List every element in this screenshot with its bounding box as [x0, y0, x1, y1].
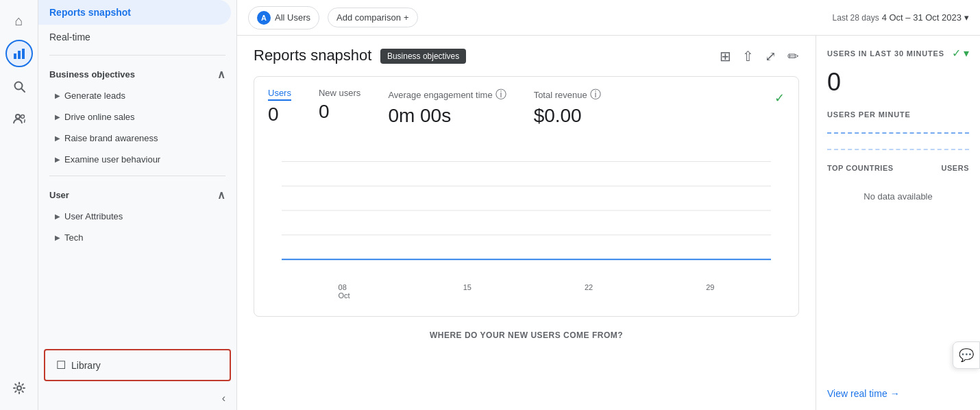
all-users-label: All Users	[275, 12, 310, 23]
right-header-row: USERS IN LAST 30 MINUTES ✓ ▾	[827, 47, 969, 60]
people-icon[interactable]	[5, 106, 33, 133]
edit-icon[interactable]: ✏	[787, 48, 799, 64]
user-section-header[interactable]: User ∧	[38, 182, 236, 206]
top-countries-label: TOP COUNTRIES	[827, 164, 894, 172]
total-revenue-stat: Total revenue ⓘ $0.00	[534, 88, 601, 127]
stats-row: Users 0 New users 0 Average engagement t…	[268, 88, 785, 132]
customize-icon[interactable]: ⊞	[720, 48, 731, 64]
view-realtime-link[interactable]: View real time →	[827, 388, 969, 399]
sidebar: Reports snapshot Real-time Business obje…	[38, 0, 237, 410]
users-stat: Users 0	[268, 88, 291, 125]
home-icon[interactable]: ⌂	[5, 7, 33, 34]
collapse-icon: ‹	[222, 392, 225, 405]
svg-rect-1	[18, 51, 21, 59]
stats-card: Users 0 New users 0 Average engagement t…	[254, 76, 799, 317]
main-body: Reports snapshot Business objectives ⊞ ⇧…	[237, 36, 980, 410]
chevron-down-icon: ▾	[964, 12, 969, 23]
sidebar-item-real-time[interactable]: Real-time	[38, 25, 236, 49]
sidebar-item-generate-leads[interactable]: ▶ Generate leads	[38, 85, 236, 106]
total-revenue-label: Total revenue ⓘ	[534, 88, 601, 102]
search-magnify-icon[interactable]	[5, 73, 33, 100]
chart-area	[268, 132, 785, 283]
page-title-row: Reports snapshot Business objectives ⊞ ⇧…	[237, 36, 816, 71]
divider-2	[49, 176, 225, 176]
collapse-sidebar-button[interactable]: ‹	[38, 387, 236, 410]
total-revenue-info-icon[interactable]: ⓘ	[590, 88, 601, 102]
users-col-label: USERS	[942, 164, 969, 172]
date-range-value: 4 Oct – 31 Oct 2023	[882, 12, 961, 23]
dashed-line-2	[827, 149, 969, 150]
new-users-question: WHERE DO YOUR NEW USERS COME FROM?	[237, 322, 816, 343]
arrow-icon: ▶	[55, 92, 60, 99]
chart-dates: 08Oct 15 22 29	[268, 283, 785, 305]
check-dropdown[interactable]: ✓ ▾	[952, 47, 969, 60]
new-users-stat: New users 0	[319, 88, 360, 123]
page-title-tooltip: Business objectives	[380, 49, 466, 64]
users-last-30-label: USERS IN LAST 30 MINUTES	[827, 49, 944, 58]
chevron-up-icon: ∧	[217, 68, 225, 81]
arrow-icon: ▶	[55, 113, 60, 121]
no-data-message: No data available	[827, 180, 969, 213]
business-objectives-header[interactable]: Business objectives ∧	[38, 61, 236, 85]
svg-rect-0	[14, 53, 16, 59]
sidebar-item-reports-snapshot[interactable]: Reports snapshot	[38, 0, 231, 25]
avg-engagement-value: 0m 00s	[388, 105, 506, 127]
add-comparison-label: Add comparison	[336, 12, 401, 23]
sidebar-item-raise-brand-awareness[interactable]: ▶ Raise brand awareness	[38, 128, 236, 149]
dropdown-arrow-icon: ▾	[964, 47, 969, 60]
svg-point-5	[16, 114, 20, 119]
all-users-button[interactable]: A All Users	[248, 6, 319, 29]
chevron-up-icon-2: ∧	[217, 189, 225, 202]
feedback-button[interactable]: 💬	[953, 341, 980, 369]
arrow-icon: ▶	[55, 213, 60, 220]
total-revenue-value: $0.00	[534, 105, 601, 127]
users-label: Users	[268, 88, 291, 101]
divider-1	[49, 55, 225, 56]
last-days-label: Last 28 days	[833, 13, 879, 23]
library-button[interactable]: ☐ Library	[44, 349, 231, 381]
users-value: 0	[268, 104, 291, 125]
svg-line-4	[21, 88, 25, 92]
settings-icon[interactable]	[5, 374, 33, 402]
page-actions: ⊞ ⇧ ⤢ ✏	[720, 48, 799, 64]
chart-svg	[282, 138, 771, 283]
page-title: Reports snapshot	[254, 47, 371, 64]
sidebar-item-user-attributes[interactable]: ▶ User Attributes	[38, 206, 236, 227]
svg-point-7	[17, 386, 21, 390]
feedback-icon: 💬	[959, 348, 974, 362]
bar-chart-icon[interactable]	[5, 40, 33, 67]
sidebar-item-examine-user-behaviour[interactable]: ▶ Examine user behaviour	[38, 149, 236, 170]
add-comparison-button[interactable]: Add comparison +	[328, 8, 418, 27]
check-green-icon: ✓	[952, 47, 961, 60]
main-content: A All Users Add comparison + Last 28 day…	[237, 0, 980, 410]
page-title-group: Reports snapshot Business objectives	[254, 47, 466, 65]
icon-rail: ⌂	[0, 0, 38, 410]
top-countries-header: TOP COUNTRIES USERS	[827, 164, 969, 172]
business-objectives-label: Business objectives	[49, 69, 135, 80]
sidebar-item-drive-online-sales[interactable]: ▶ Drive online sales	[38, 106, 236, 128]
library-folder-icon: ☐	[56, 359, 66, 372]
center-panel: Reports snapshot Business objectives ⊞ ⇧…	[237, 36, 816, 410]
plus-icon: +	[404, 12, 409, 23]
arrow-icon: ▶	[55, 156, 60, 163]
share-icon[interactable]: ⇧	[742, 48, 754, 64]
arrow-icon: ▶	[55, 134, 60, 142]
library-label: Library	[71, 360, 101, 371]
dashed-line	[827, 132, 969, 134]
users-last-30-value: 0	[827, 68, 969, 97]
view-realtime-label: View real time	[827, 388, 887, 399]
avg-engagement-info-icon[interactable]: ⓘ	[495, 88, 506, 102]
svg-rect-2	[22, 49, 25, 59]
users-per-minute-label: USERS PER MINUTE	[827, 110, 969, 119]
main-header: A All Users Add comparison + Last 28 day…	[237, 0, 980, 36]
sidebar-item-tech[interactable]: ▶ Tech	[38, 227, 236, 248]
avg-engagement-stat: Average engagement time ⓘ 0m 00s	[388, 88, 506, 127]
avatar: A	[257, 11, 271, 25]
check-circle-icon: ✓	[774, 91, 785, 106]
new-users-value: 0	[319, 101, 360, 123]
arrow-icon: ▶	[55, 234, 60, 241]
compare-icon[interactable]: ⤢	[765, 48, 776, 64]
date-range-selector[interactable]: Last 28 days 4 Oct – 31 Oct 2023 ▾	[833, 12, 969, 23]
new-users-label: New users	[319, 88, 360, 98]
arrow-right-icon: →	[890, 388, 900, 399]
